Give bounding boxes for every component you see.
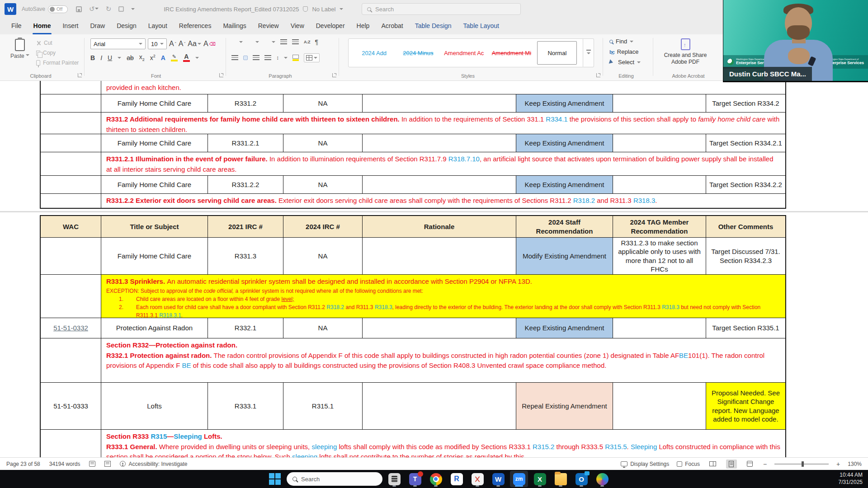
text-effects-button[interactable]: A (161, 55, 165, 61)
table-cell[interactable] (41, 176, 101, 193)
cut-button[interactable]: Cut (36, 40, 79, 46)
table-cell[interactable]: R331.2.3 to make section applicable only… (613, 238, 706, 274)
tab-design[interactable]: Design (111, 18, 142, 34)
strikethrough-button[interactable]: ab (127, 54, 134, 61)
table-cell[interactable] (41, 152, 101, 175)
zoom-slider[interactable] (774, 464, 829, 465)
clipboard-dialog-launcher[interactable] (78, 73, 82, 77)
table-cell[interactable]: Family Home Child Care (101, 94, 208, 112)
line-spacing-button[interactable]: ↕ (276, 55, 279, 61)
justify-button[interactable] (264, 55, 271, 61)
revu-icon[interactable]: R (448, 471, 466, 487)
table-cell[interactable]: Title or Subject (101, 216, 208, 237)
search-box[interactable]: Search (362, 3, 521, 15)
table-cell[interactable]: Target Section R334.2.2 (706, 176, 785, 193)
snipping-tool-icon[interactable] (468, 471, 486, 487)
tab-acrobat[interactable]: Acrobat (375, 18, 409, 34)
focus-button[interactable]: Focus (677, 461, 700, 467)
tab-table-design[interactable]: Table Design (409, 18, 458, 34)
align-left-button[interactable] (231, 55, 238, 61)
table-cell[interactable] (41, 81, 101, 94)
table-cell[interactable] (613, 94, 706, 112)
outlook-icon[interactable]: O (572, 471, 590, 487)
shrink-font-button[interactable]: Aˇ (179, 40, 186, 48)
table-cell[interactable] (363, 318, 516, 338)
excel-icon[interactable]: X (531, 471, 549, 487)
table-cell[interactable]: 51-51-0333 (41, 383, 101, 429)
table-cell[interactable] (363, 94, 516, 112)
display-settings-button[interactable]: Display Settings (621, 461, 669, 467)
show-formatting-button[interactable]: ¶ (315, 38, 319, 46)
table-cell[interactable] (363, 383, 516, 429)
taskbar-search[interactable]: Search (287, 472, 382, 486)
table-cell[interactable]: R331.3 (208, 238, 283, 274)
paste-button[interactable]: Paste (9, 39, 31, 59)
table-cell[interactable] (613, 176, 706, 193)
undo-icon[interactable]: ↺ (89, 5, 99, 13)
table-cell[interactable]: NA (283, 134, 363, 152)
style-2024-minus[interactable]: 2024 Minus (398, 48, 438, 58)
table-cell[interactable]: Keep Existing Amendment (516, 176, 613, 193)
table-cell[interactable]: R331.2 Additional requirements for famil… (101, 113, 785, 134)
align-center-button[interactable] (243, 56, 248, 60)
sort-button[interactable]: A↓Z (304, 40, 310, 44)
font-color-caret-icon[interactable] (195, 57, 199, 61)
tab-help[interactable]: Help (351, 18, 376, 34)
table-cell[interactable] (41, 194, 101, 208)
find-button[interactable]: Find (609, 38, 641, 45)
font-size-select[interactable]: 10 (148, 38, 167, 49)
table-cell[interactable]: NA (283, 238, 363, 274)
table-cell[interactable] (613, 318, 706, 338)
subscript-button[interactable]: x2 (139, 53, 145, 62)
change-case-button[interactable]: Aa (188, 40, 201, 48)
wac-link-cell[interactable]: 51-51-0332 (41, 318, 101, 338)
borders-button[interactable] (304, 53, 320, 62)
style-normal[interactable]: Normal (537, 41, 577, 65)
word-logo-icon[interactable]: W (5, 3, 16, 15)
table-cell[interactable]: Family Home Child Care (101, 134, 208, 152)
style-amendment-mi[interactable]: Amendment Mi (490, 48, 533, 58)
tab-review[interactable]: Review (252, 18, 285, 34)
table-cell[interactable]: Lofts (101, 383, 208, 429)
styles-dialog-launcher[interactable] (596, 73, 600, 77)
taskbar-clock[interactable]: 10:44 AM 7/31/2025 (839, 472, 863, 486)
table-cell[interactable]: NA (283, 176, 363, 193)
table-cell[interactable]: 2021 IRC # (208, 216, 283, 237)
highlight-button[interactable]: ✎ (171, 54, 178, 61)
tab-view[interactable]: View (285, 18, 310, 34)
table-cell[interactable] (613, 134, 706, 152)
copy-button[interactable]: Copy (36, 50, 79, 56)
table-cell[interactable] (41, 94, 101, 112)
teams-icon[interactable]: T (406, 471, 424, 487)
underline-button[interactable]: U (108, 54, 112, 61)
table-cell[interactable]: Target Section R334.2 (706, 94, 785, 112)
font-color-button[interactable]: A (183, 53, 190, 62)
macro-icon[interactable] (104, 461, 111, 467)
italic-button[interactable]: I (100, 54, 102, 61)
underline-caret-icon[interactable] (118, 57, 121, 61)
superscript-button[interactable]: x2 (150, 54, 156, 61)
zoom-out-button[interactable]: − (763, 460, 767, 468)
table-cell[interactable]: R331.2.2 Exterior exit doors serving chi… (101, 194, 785, 208)
zoom-in-button[interactable]: + (836, 460, 840, 468)
create-pdf-button[interactable]: Create and Share Adobe PDF (661, 38, 710, 66)
tab-mailings[interactable]: Mailings (217, 18, 252, 34)
table-cell[interactable]: Target Section R335.1 (706, 318, 785, 338)
autosave-toggle[interactable]: AutoSave Off (22, 5, 68, 13)
table-cell[interactable]: R331.2.1 Illumination in the event of po… (101, 152, 785, 175)
table-cell[interactable]: Proposal Needed. See Significant Change … (706, 383, 785, 429)
sensitivity-label[interactable]: No Label (312, 6, 335, 13)
colorful-app-icon[interactable] (593, 471, 611, 487)
styles-gallery-more-button[interactable] (583, 38, 594, 67)
table-cell[interactable] (41, 238, 101, 274)
table-cell[interactable] (41, 275, 101, 318)
table-cell[interactable]: R332.1 (208, 318, 283, 338)
table-cell[interactable]: R331.2.2 (208, 176, 283, 193)
wac-link[interactable]: 51-51-0332 (53, 324, 88, 332)
redo-icon[interactable]: ↻ (106, 5, 112, 13)
start-button[interactable] (266, 471, 284, 487)
table-cell[interactable]: Modify Existing Amendment (516, 238, 613, 274)
grow-font-button[interactable]: Aˆ (169, 40, 176, 48)
table-cell[interactable]: Keep Existing Amendment (516, 94, 613, 112)
shading-button[interactable] (292, 55, 299, 61)
